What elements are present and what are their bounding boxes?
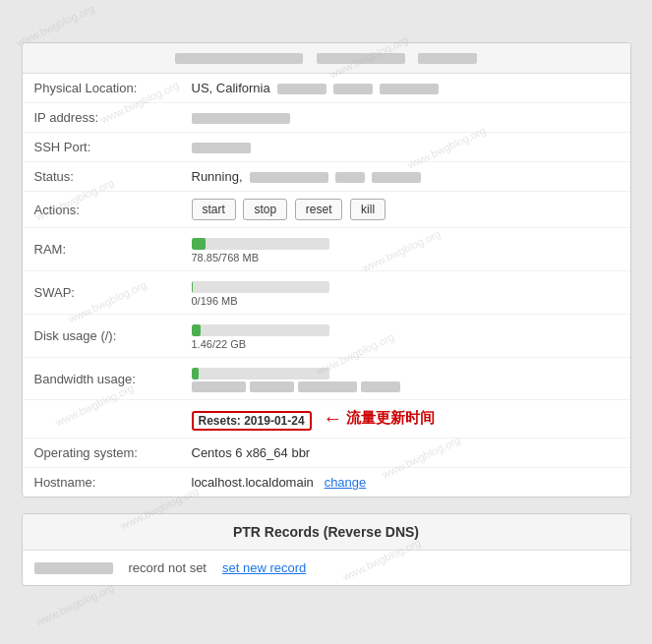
label-hostname: Hostname: — [23, 468, 180, 498]
value-os: Centos 6 x86_64 bbr — [180, 439, 630, 468]
ptr-ip-blurred — [34, 562, 113, 574]
label-physical-location: Physical Location: — [23, 74, 180, 103]
value-physical-location: US, California — [180, 74, 630, 103]
bandwidth-extra — [192, 381, 619, 392]
swap-progress-bar — [192, 281, 329, 293]
row-swap: SWAP: 0/196 MB — [23, 271, 630, 315]
value-resets: Resets: 2019-01-24 ← 流量更新时间 — [180, 400, 630, 439]
bandwidth-progress-bar — [192, 368, 329, 380]
row-hostname: Hostname: localhost.localdomain change — [23, 468, 630, 498]
disk-label-text: 1.46/22 GB — [192, 338, 619, 350]
location-blurred3 — [380, 84, 439, 94]
ram-progress-fill — [192, 238, 206, 250]
disk-progress-fill — [192, 324, 202, 336]
label-ram: RAM: — [23, 228, 180, 271]
row-resets: Resets: 2019-01-24 ← 流量更新时间 — [23, 400, 630, 439]
value-swap: 0/196 MB — [180, 271, 630, 315]
swap-progress-fill — [192, 281, 193, 293]
row-disk: Disk usage (/): 1.46/22 GB — [23, 315, 630, 358]
row-ram: RAM: 78.85/768 MB — [23, 228, 630, 271]
hostname-text: localhost.localdomain — [192, 475, 314, 490]
ptr-status-text: record not set — [129, 560, 207, 575]
ip-blurred — [192, 113, 290, 124]
value-actions: start stop reset kill — [180, 192, 630, 228]
btn-start[interactable]: start — [192, 199, 236, 220]
location-blurred — [277, 84, 326, 94]
header-blurred-2 — [317, 53, 405, 64]
disk-progress-bar — [192, 324, 329, 336]
header-blurred-3 — [418, 53, 477, 64]
ptr-records-panel: PTR Records (Reverse DNS) record not set… — [22, 513, 631, 586]
ptr-row: record not set set new record — [23, 551, 630, 585]
row-actions: Actions: start stop reset kill — [23, 192, 630, 228]
ptr-set-new-record-link[interactable]: set new record — [222, 560, 306, 575]
row-status: Status: Running, — [23, 162, 630, 192]
label-actions: Actions: — [23, 192, 180, 228]
label-disk: Disk usage (/): — [23, 315, 180, 358]
page-wrapper: Physical Location: US, California IP add… — [22, 32, 631, 612]
value-hostname: localhost.localdomain change — [180, 468, 630, 498]
ptr-panel-header: PTR Records (Reverse DNS) — [23, 514, 630, 551]
btn-stop[interactable]: stop — [243, 199, 287, 220]
arrow-annotation: ← 流量更新时间 — [323, 407, 435, 430]
row-os: Operating system: Centos 6 x86_64 bbr — [23, 439, 630, 468]
value-status: Running, — [180, 162, 630, 192]
location-blurred2 — [333, 84, 373, 94]
value-disk: 1.46/22 GB — [180, 315, 630, 358]
annotation-chinese-text: 流量更新时间 — [346, 409, 435, 428]
status-blurred — [250, 172, 328, 183]
label-status: Status: — [23, 162, 180, 192]
row-ssh-port: SSH Port: — [23, 133, 630, 162]
hostname-change-link[interactable]: change — [325, 475, 367, 490]
value-bandwidth — [180, 358, 630, 400]
status-blurred3 — [372, 172, 421, 183]
row-ip-address: IP address: — [23, 103, 630, 133]
red-arrow-icon: ← — [323, 407, 342, 430]
value-ram: 78.85/768 MB — [180, 228, 630, 271]
panel-header — [23, 43, 630, 74]
status-blurred2 — [335, 172, 365, 183]
header-blurred-1 — [175, 53, 303, 64]
label-ip-address: IP address: — [23, 103, 180, 133]
row-physical-location: Physical Location: US, California — [23, 74, 630, 103]
bandwidth-blurred3 — [298, 381, 357, 392]
label-swap: SWAP: — [23, 271, 180, 315]
ssh-blurred — [192, 143, 251, 153]
server-info-panel: Physical Location: US, California IP add… — [22, 42, 631, 498]
ram-progress-bar — [192, 238, 329, 250]
row-bandwidth: Bandwidth usage: — [23, 358, 630, 400]
value-ssh-port — [180, 133, 630, 162]
btn-kill[interactable]: kill — [350, 199, 385, 220]
bandwidth-progress-fill — [192, 368, 199, 380]
swap-label-text: 0/196 MB — [192, 295, 619, 307]
ram-label-text: 78.85/768 MB — [192, 252, 619, 263]
btn-reset[interactable]: reset — [295, 199, 343, 220]
label-os: Operating system: — [23, 439, 180, 468]
bandwidth-blurred1 — [192, 381, 246, 392]
bandwidth-blurred2 — [250, 381, 294, 392]
bandwidth-blurred4 — [361, 381, 400, 392]
resets-badge: Resets: 2019-01-24 — [192, 411, 312, 431]
label-resets-empty — [23, 400, 180, 439]
label-bandwidth: Bandwidth usage: — [23, 358, 180, 400]
info-table: Physical Location: US, California IP add… — [23, 74, 630, 497]
label-ssh-port: SSH Port: — [23, 133, 180, 162]
value-ip-address — [180, 103, 630, 133]
